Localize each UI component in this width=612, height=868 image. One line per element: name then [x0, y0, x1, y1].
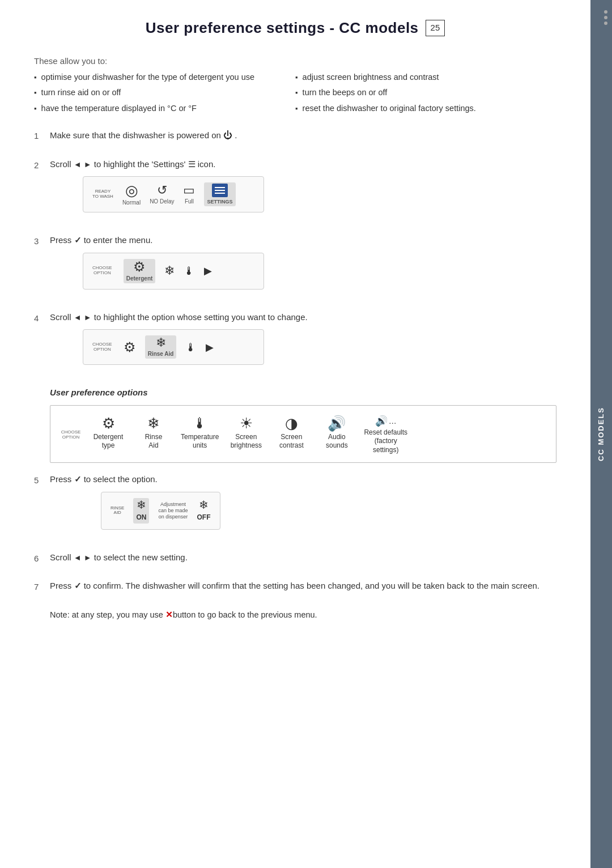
choose-opt-label2: OPTION	[94, 347, 111, 352]
off-icon: ❄	[199, 499, 209, 510]
step-content-6: Scroll ◄ ► to select the new setting.	[50, 551, 556, 570]
rinse-aid-cell: ❄ Rinse Aid	[145, 335, 177, 359]
arrow-right-cell: ▶	[204, 266, 212, 276]
sidebar-label: CC MODELS	[596, 407, 607, 461]
display-panel-2: CHOOSE OPTION ⚙ Detergent ❄ 🌡	[83, 253, 264, 290]
on-icon: ❄	[137, 499, 146, 510]
sidebar-dot	[604, 10, 607, 14]
brightness-label-box: Screenbrightness	[231, 433, 262, 450]
bullet-item: optimise your dishwasher for the type of…	[34, 71, 295, 84]
settings-icon	[212, 184, 228, 197]
step-4: 4 Scroll ◄ ► to highlight the option who…	[34, 311, 556, 377]
bullet-columns: optimise your dishwasher for the type of…	[34, 71, 556, 118]
contrast-label-box: Screencontrast	[279, 433, 304, 450]
step-3: 3 Press ✓ to enter the menu. CHOOSE OPTI…	[34, 234, 556, 301]
detergent-icon-box: ⚙	[102, 416, 115, 431]
step-2: 2 Scroll ◄ ► to highlight the 'Settings'…	[34, 158, 556, 224]
step-text-2: Scroll ◄ ► to highlight the 'Settings' ☰…	[50, 158, 556, 171]
bullet-item: turn rinse aid on or off	[34, 87, 295, 99]
dots-icon: …	[389, 417, 397, 425]
step-number-6: 6	[34, 552, 50, 565]
step-number-1: 1	[34, 130, 50, 143]
step-content-5: Press ✓ to select the option. RINSEAID ❄…	[50, 473, 556, 541]
step-content-1: Make sure that the dishwasher is powered…	[50, 129, 556, 148]
choose-opt-label-box: CHOOSE OPTION	[58, 430, 83, 440]
full-icon: ▭	[183, 184, 195, 197]
page-header: User preference settings - CC models 25	[34, 17, 556, 39]
settings-label: SETTINGS	[207, 199, 232, 205]
step-content-7: Press ✓ to confirm. The dishwasher will …	[50, 580, 556, 598]
snowflake-cell: ❄	[164, 265, 175, 277]
nodelay-icon: ↺	[157, 184, 167, 197]
step-content-2: Scroll ◄ ► to highlight the 'Settings' ☰…	[50, 158, 556, 224]
brightness-icon-box: ☀	[240, 416, 253, 431]
option-audio-sounds: 🔊 Audiosounds	[314, 416, 359, 450]
cc-models-sidebar: CC MODELS	[590, 0, 612, 868]
step-number-3: 3	[34, 235, 50, 248]
on-label: ON	[136, 512, 146, 522]
x-button-label: ✕	[165, 610, 173, 619]
thermometer-icon: 🌡	[184, 265, 195, 276]
thermometer-icon-2: 🌡	[185, 342, 197, 353]
bullet-item: have the temperature displayed in °C or …	[34, 103, 295, 115]
choose-opt-l2: OPTION	[62, 435, 80, 440]
detergent-icon: ⚙	[133, 260, 146, 274]
on-cell: ❄ ON	[133, 498, 149, 524]
step-number-7: 7	[34, 581, 50, 594]
option-rinse-aid: ❄ RinseAid	[131, 416, 176, 450]
bullet-list-left: optimise your dishwasher for the type of…	[34, 71, 295, 115]
bullet-col-left: optimise your dishwasher for the type of…	[34, 71, 295, 118]
detergent-icon-2: ⚙	[124, 341, 136, 354]
choose-option-cell-2: CHOOSE OPTION	[92, 342, 112, 352]
option-screen-contrast: ◑ Screencontrast	[269, 416, 314, 450]
settings-cell: SETTINGS	[204, 182, 235, 206]
step-text-5: Press ✓ to select the option.	[50, 473, 556, 486]
rinse-panel: RINSEAID ❄ ON Adjustmentcan be madeon di…	[101, 492, 220, 530]
nodelay-cell: ↺ NO Delay	[150, 184, 174, 205]
display-panel-1: READYTO WASH ◎ Normal ↺ NO Delay ▭	[83, 176, 264, 212]
note-text: Note: at any step, you may use	[50, 610, 165, 619]
audio-icon-box: 🔊	[328, 416, 346, 431]
option-screen-brightness: ☀ Screenbrightness	[223, 416, 269, 450]
normal-icon: ◎	[125, 183, 138, 198]
step-6: 6 Scroll ◄ ► to select the new setting.	[34, 551, 556, 570]
settings-lines	[215, 187, 225, 194]
snowflake-icon: ❄	[164, 265, 175, 277]
sidebar-dot	[604, 16, 607, 19]
audio-label-box: Audiosounds	[326, 433, 348, 450]
reset-icon-box: 🔊…	[375, 416, 397, 426]
page-number: 25	[426, 20, 445, 36]
speaker-icon: 🔊	[375, 416, 388, 426]
normal-cell: ◎ Normal	[122, 183, 141, 206]
off-label: OFF	[197, 512, 211, 522]
reset-label-box: Reset defaults(factorysettings)	[364, 428, 407, 455]
note-text2: button to go back to the previous menu.	[173, 610, 317, 619]
sidebar-dots	[604, 10, 607, 25]
rinse-aid-icon-box: ❄	[147, 416, 160, 431]
step-text-4: Scroll ◄ ► to highlight the option whose…	[50, 311, 556, 324]
detergent-cell-2: ⚙	[124, 341, 136, 354]
step-5: 5 Press ✓ to select the option. RINSEAID…	[34, 473, 556, 541]
normal-label: Normal	[122, 199, 141, 206]
display-panel-3: CHOOSE OPTION ⚙ ❄ Rinse Aid 🌡	[83, 329, 264, 365]
ready-to-wash-cell: READYTO WASH	[92, 189, 113, 199]
step-1: 1 Make sure that the dishwasher is power…	[34, 129, 556, 148]
contrast-icon-box: ◑	[285, 416, 298, 431]
thermometer-cell: 🌡	[184, 265, 195, 276]
adj-cell: Adjustmentcan be madeon dispenser	[158, 501, 188, 520]
step-text-1: Make sure that the dishwasher is powered…	[50, 129, 556, 142]
adj-text: Adjustmentcan be madeon dispenser	[158, 501, 188, 520]
option-detergent: ⚙ Detergenttype	[86, 416, 131, 450]
rinse-aid-label-box: RinseAid	[145, 433, 163, 450]
bullet-col-right: adjust screen brightness and contrast tu…	[295, 71, 556, 118]
intro-section: These allow you to: optimise your dishwa…	[34, 55, 556, 118]
arrow-right-icon-2: ▶	[206, 342, 214, 352]
intro-label: These allow you to:	[34, 55, 556, 68]
checkmark-5: ✓	[74, 474, 82, 484]
power-icon: ⏻	[223, 130, 232, 140]
bullet-item: reset the dishwasher to original factory…	[295, 103, 556, 115]
temperature-icon-box: 🌡	[193, 416, 207, 431]
settings-line	[215, 190, 225, 191]
checkmark: ✓	[74, 235, 82, 245]
rinse-aid-panel-label: RINSEAID	[110, 506, 124, 516]
